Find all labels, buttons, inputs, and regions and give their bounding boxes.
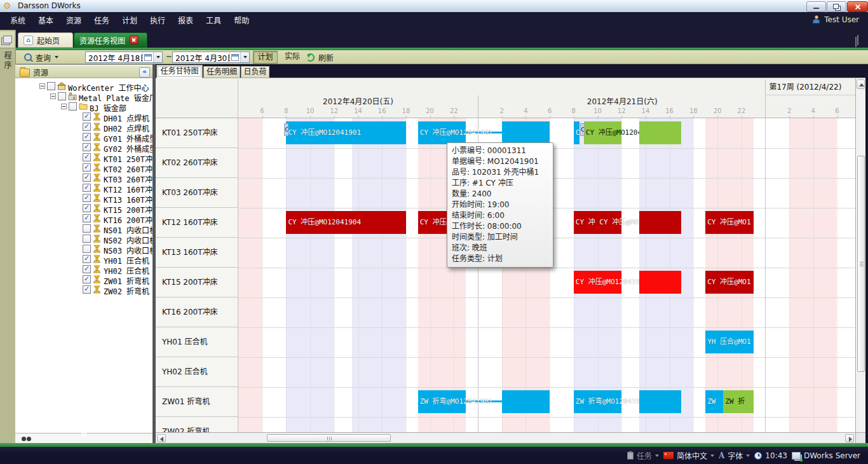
tree-checkbox[interactable] [83,204,91,212]
tree-item[interactable]: BJ 钣金部 [15,102,153,112]
tree-item[interactable]: KT12 160T冲床 [15,183,153,193]
task-bar[interactable]: CY 冲压@MO12041901 [286,121,406,144]
task-bar[interactable]: ZW 折 [723,390,753,413]
status-language-dropdown[interactable]: 简体中文 [663,450,714,461]
tree-item[interactable]: YH01 压合机 [15,254,153,264]
status-font-dropdown[interactable]: A 字体 [719,450,750,461]
vertical-scrollbar[interactable] [855,78,865,443]
task-bar[interactable] [502,390,550,413]
task-bar[interactable] [639,121,681,144]
actual-toggle-button[interactable]: 实际 [281,51,304,64]
tree-checkbox[interactable] [83,143,91,151]
menu-item-5[interactable]: 执行 [144,13,172,29]
tree-item[interactable]: DH02 点焊机 [15,122,153,132]
tree-item[interactable]: KT13 160T冲床 [15,193,153,203]
tree-item[interactable]: ZW02 折弯机 [15,285,153,295]
task-tag[interactable]: C [284,123,288,136]
calendar-icon[interactable] [142,53,153,62]
tree-expander-icon[interactable] [50,93,56,99]
menu-item-2[interactable]: 资源 [60,13,88,29]
tree-item[interactable]: NS03 内收口机 [15,244,153,254]
query-button[interactable]: 查询 [24,51,58,64]
menu-item-0[interactable]: 系统 [4,13,32,29]
task-bar[interactable] [639,271,681,294]
panel-tile[interactable] [0,31,15,48]
vertical-scroll-thumb[interactable] [857,156,865,372]
tree-item[interactable]: DH01 点焊机 [15,112,153,122]
date-to-dropdown-icon[interactable] [240,52,249,62]
task-bar[interactable]: CY 冲 CY 冲压@MO12041904 [574,211,621,234]
horizontal-scroll-thumb[interactable] [267,434,391,442]
restore-button[interactable] [827,1,846,12]
clear-icon[interactable] [80,431,88,439]
menu-item-6[interactable]: 报表 [172,13,200,29]
tree-checkbox[interactable] [83,214,91,222]
tree-expander-icon[interactable] [39,83,45,89]
menu-item-1[interactable]: 基本 [32,13,60,29]
task-bar[interactable] [639,211,681,234]
date-to-input[interactable]: 2012年 4月30日 [172,51,250,63]
tree-checkbox[interactable] [83,265,91,273]
task-bar[interactable]: C [574,121,580,144]
tree-checkbox[interactable] [83,133,91,141]
tree-checkbox[interactable] [83,174,91,182]
tree-checkbox[interactable] [83,224,91,233]
tree-checkbox[interactable] [83,163,91,172]
window-list-icon[interactable] [857,35,858,45]
horizontal-scrollbar[interactable] [156,432,855,443]
gantt-tab-0[interactable]: 任务甘特图 [156,65,203,78]
tree-item[interactable]: NS01 内收口机 [15,224,153,234]
task-bar[interactable]: ZW 折弯@MO12041901 [418,390,466,413]
collapse-panel-button[interactable]: « [139,67,150,78]
date-from-input[interactable]: 2012年 4月18日 [85,51,163,63]
collapsed-panel-strip[interactable]: 程序 [0,30,16,445]
task-bar[interactable]: CY 冲压@MO1 [705,271,753,294]
tree-checkbox[interactable] [83,275,91,283]
tree-checkbox[interactable] [83,153,91,161]
minimize-button[interactable] [806,1,826,12]
find-icon[interactable] [22,435,31,442]
scroll-up-button[interactable] [857,79,865,89]
tree-item[interactable]: GY01 外桶成型机 [15,132,153,142]
task-bar[interactable]: YH 压合@MO1 [705,331,753,353]
tree-checkbox[interactable] [47,82,55,90]
tab-resource-task-view[interactable]: 资源任务视图 [74,32,147,48]
tree-checkbox[interactable] [83,113,91,121]
plan-toggle-button[interactable]: 计划 [253,51,278,64]
refresh-button[interactable]: 刷新 [306,51,334,64]
tree-checkbox[interactable] [58,92,66,100]
tree-checkbox[interactable] [83,194,91,202]
query-dropdown-icon[interactable] [55,56,58,58]
status-task-dropdown[interactable]: 任务 [627,450,659,461]
task-bar[interactable]: ZW [705,390,723,413]
task-bar[interactable] [502,121,550,144]
tree-checkbox[interactable] [83,285,91,294]
tree-item[interactable]: GY02 外桶成型机 [15,142,153,153]
close-button[interactable] [847,1,868,12]
calendar-icon[interactable] [229,53,240,62]
task-bar[interactable]: CY 冲压@MO12041901 [418,121,466,144]
scroll-right-button[interactable] [845,434,854,442]
task-bar[interactable]: CY 冲压@MO12041904 [286,211,406,234]
tree-item[interactable]: KT02 260T冲床 [15,163,153,173]
task-bar[interactable]: ZW 折弯@MO12041901 [574,390,621,413]
tree-item[interactable]: ZW01 折弯机 [15,275,153,285]
program-panel-label[interactable]: 程序 [2,51,13,71]
tab-home-page[interactable]: ⌂ 起始页 [18,32,73,48]
task-bar[interactable] [639,390,681,413]
menu-item-4[interactable]: 计划 [116,13,144,29]
task-bar[interactable]: CY 冲压@MO1 [705,211,753,234]
tree-checkbox[interactable] [83,255,91,263]
tree-checkbox[interactable] [83,123,91,131]
task-bar[interactable]: CY 冲压@MO12041903 [574,271,621,294]
tree-checkbox[interactable] [83,245,91,253]
gantt-tab-2[interactable]: 日负荷 [241,66,269,78]
tree-item[interactable]: KT16 200T冲床 [15,214,153,224]
date-from-dropdown-icon[interactable] [153,52,162,62]
tree-item[interactable]: Metal Plate 钣金厂 [15,92,153,102]
tree-item[interactable]: KT03 260T冲床 [15,173,153,183]
tree-checkbox[interactable] [69,102,77,111]
tree-item[interactable]: KT15 200T冲床 [15,203,153,214]
task-tag[interactable]: C [580,123,585,136]
tree-checkbox[interactable] [83,235,91,243]
